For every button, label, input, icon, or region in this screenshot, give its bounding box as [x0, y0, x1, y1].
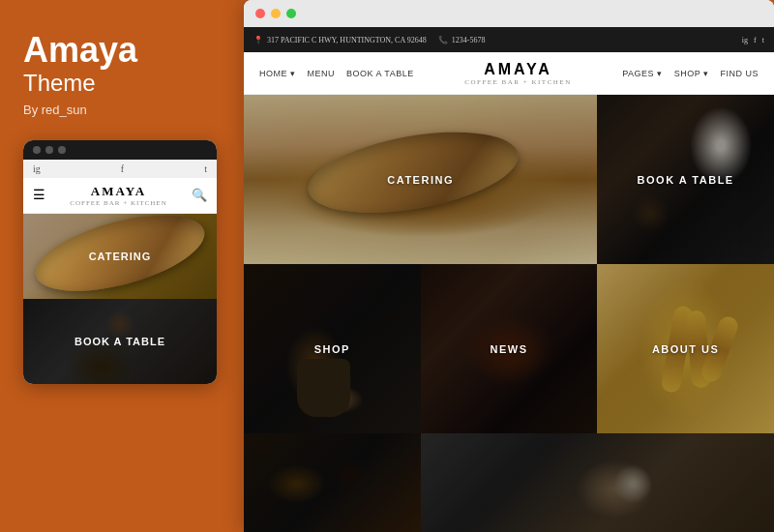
browser-close-dot	[255, 9, 265, 18]
browser-info-bar: 📍 317 PACIFIC C HWY, HUNTINGTON, CA 9264…	[244, 27, 774, 52]
mobile-navbar: ☰ AMAYA COFFEE BAR + KITCHEN 🔍	[23, 178, 217, 214]
browser-window: 📍 317 PACIFIC C HWY, HUNTINGTON, CA 9264…	[244, 0, 774, 532]
content-grid: CATERING BOOK A TABLE SHOP NEWS ABOUT US	[244, 95, 774, 532]
nav-shop[interactable]: SHOP ▾	[674, 69, 709, 78]
nav-home[interactable]: HOME ▾	[259, 69, 296, 78]
grid-item-shop[interactable]: SHOP	[244, 264, 421, 433]
news-label: NEWS	[490, 343, 527, 355]
mobile-twitter-icon: t	[204, 163, 207, 174]
grid-item-about[interactable]: ABOUT US	[597, 264, 774, 433]
book-label: BOOK A TABLE	[638, 174, 734, 186]
nav-book-table[interactable]: BOOK A TABLE	[346, 69, 414, 78]
mobile-dot-2	[45, 146, 53, 154]
mobile-search-icon: 🔍	[192, 188, 207, 203]
nav-logo-area: AMAYA COFFEE BAR + KITCHEN	[464, 61, 571, 86]
nav-right-items: PAGES ▾ SHOP ▾ FIND US	[622, 69, 759, 78]
location-icon: 📍	[253, 36, 263, 44]
browser-minimize-dot	[271, 9, 281, 18]
theme-title: Amaya Theme By red_sun	[23, 31, 217, 117]
topbar-address: 317 PACIFIC C HWY, HUNTINGTON, CA 92648	[267, 36, 427, 44]
nav-pages[interactable]: PAGES ▾	[622, 69, 662, 78]
grid-item-news[interactable]: NEWS	[421, 264, 598, 433]
mobile-catering-image: CATERING	[23, 214, 217, 299]
nav-find-us[interactable]: FIND US	[720, 69, 759, 78]
mobile-dot-3	[58, 146, 66, 154]
instagram-icon: ig	[742, 36, 748, 44]
mobile-topbar	[23, 140, 217, 160]
mobile-menu-icon: ☰	[33, 187, 45, 203]
facebook-icon: f	[754, 36, 757, 44]
grid-item-book[interactable]: BOOK A TABLE	[597, 95, 774, 264]
topbar-social-icons: ig f t	[742, 36, 764, 44]
nav-menu[interactable]: MENU	[308, 69, 336, 78]
grid-item-catering[interactable]: CATERING	[244, 95, 597, 264]
topbar-phone-sep: 📞	[438, 36, 448, 44]
mobile-instagram-icon: ig	[33, 163, 41, 174]
mobile-preview-card: ig f t ☰ AMAYA COFFEE BAR + KITCHEN 🔍 CA…	[23, 140, 217, 384]
topbar-phone: 1234-5678	[452, 36, 486, 44]
browser-titlebar	[244, 0, 774, 27]
grid-item-bottom-left[interactable]	[244, 433, 421, 532]
about-label: ABOUT US	[652, 343, 719, 355]
bottom-right-overlay	[421, 433, 774, 532]
catering-label: CATERING	[387, 174, 454, 186]
grid-item-bottom-right[interactable]	[421, 433, 774, 532]
topbar-address-area: 📍 317 PACIFIC C HWY, HUNTINGTON, CA 9264…	[253, 36, 485, 44]
twitter-icon: t	[762, 36, 764, 44]
shop-label: SHOP	[314, 343, 350, 355]
mobile-book-image: BOOK A TABLE	[23, 299, 217, 384]
mobile-facebook-icon: f	[121, 163, 124, 174]
mobile-dot-1	[33, 146, 41, 154]
browser-navbar: HOME ▾ MENU BOOK A TABLE AMAYA COFFEE BA…	[244, 52, 774, 95]
left-panel: Amaya Theme By red_sun ig f t ☰ AMAYA CO…	[0, 0, 240, 532]
bottom-left-overlay	[244, 433, 421, 532]
mobile-social-bar: ig f t	[23, 160, 217, 178]
nav-left-items: HOME ▾ MENU BOOK A TABLE	[259, 69, 414, 78]
browser-expand-dot	[286, 9, 296, 18]
